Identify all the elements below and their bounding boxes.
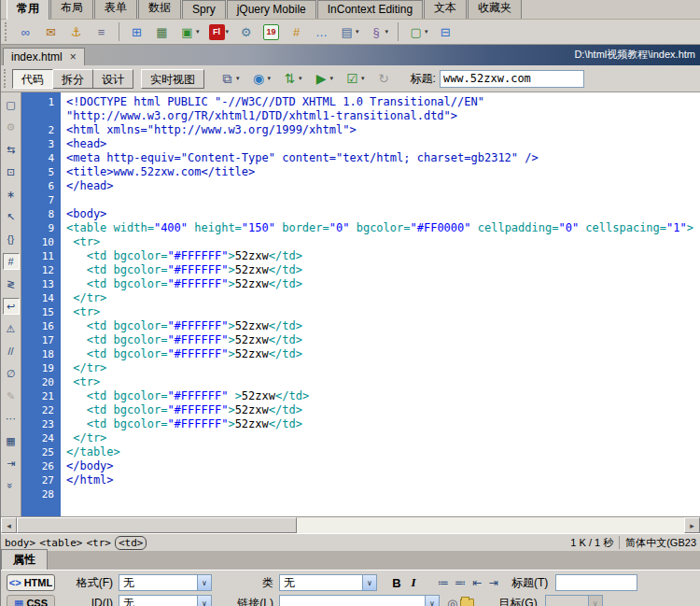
view-button-设计[interactable]: 设计 [93,69,133,89]
comment-icon[interactable]: … [312,23,331,41]
insert-tab-表单[interactable]: 表单 [94,0,137,19]
line-number: 7 [21,193,61,207]
server-side-include-icon[interactable]: # [287,23,306,41]
balance-braces-icon[interactable]: {} [3,231,20,247]
tag-selector-item[interactable]: <table> [39,537,82,549]
editor-area: ▢⚙⇆⊡∗↖{}#≷↩⚠//∅✎⋯▦⇥» 1<!DOCTYPE html PUB… [1,92,700,516]
tag-chooser-icon[interactable]: ⊟ [436,23,455,41]
horizontal-rule-icon[interactable]: ≡ [91,23,111,41]
format-label: 格式(F) [55,575,113,591]
highlight-invalid-code-icon[interactable]: ≷ [3,275,20,292]
script-icon[interactable]: §▾ [367,23,391,41]
scroll-right-icon[interactable]: ▸ [684,517,700,533]
insert-bar-tabs: 常用布局表单数据SpryjQuery MobileInContext Editi… [1,0,700,20]
ordered-list-icon[interactable]: ≕ [452,574,469,591]
chevron-down-icon: ▾ [385,28,389,35]
code-editor[interactable]: 1<!DOCTYPE html PUBLIC "-//W3C//DTD XHTM… [21,92,700,516]
widget-icon[interactable]: ⚙ [236,23,256,41]
live-view-button[interactable]: 实时视图 [141,69,204,89]
move-css-icon[interactable]: ▦ [3,432,20,449]
insert-tab-InContext Editing[interactable]: InContext Editing [317,0,423,19]
named-anchor-icon[interactable]: ⚓ [66,23,86,41]
code-line: 17 <td bgcolor="#FFFFFF">52zxw</td> [21,333,700,347]
live-code-navigate-icon[interactable]: ▶▾ [312,70,336,88]
view-button-代码[interactable]: 代码 [12,69,53,89]
insert-div-icon[interactable]: ▦ [152,23,172,41]
refresh-icon[interactable]: ↻ [374,70,394,88]
code-text: <td bgcolor="#FFFFFF">52zxw</td> [61,417,302,431]
remove-comment-icon[interactable]: ∅ [3,365,20,382]
media-flash-icon[interactable]: Fl▾ [207,23,231,41]
horizontal-scrollbar[interactable]: ◂ ▸ [1,516,700,533]
close-icon[interactable]: × [70,52,77,62]
collapse-full-tag-icon[interactable]: ⇆ [3,141,20,158]
table-icon[interactable]: ⊞ [127,23,147,41]
word-wrap-icon[interactable]: ↩ [3,298,20,315]
indent-code-icon[interactable]: ⇥ [3,455,20,472]
file-management-icon[interactable]: ⇅▾ [280,70,304,88]
templates-icon[interactable]: ▢▾ [406,23,430,41]
scroll-left-icon[interactable]: ◂ [1,517,17,533]
id-select[interactable]: 无 ∨ [119,595,212,606]
browse-folder-icon[interactable] [460,599,474,606]
line-number: 12 [21,263,61,277]
tab-properties[interactable]: 属性 [1,549,48,570]
insert-tab-常用[interactable]: 常用 [7,0,49,20]
collapse-selection-icon[interactable]: ⊡ [3,163,20,180]
multiscreen-icon[interactable]: ⧉▾ [217,70,242,88]
view-button-拆分[interactable]: 拆分 [53,69,93,89]
edit-snippet-icon: ✎ [3,388,20,404]
email-link-icon[interactable]: ✉ [41,23,61,41]
hyperlink-icon[interactable]: ∞ [16,23,35,41]
indent-icon[interactable]: ⇥ [485,574,502,591]
line-number: 26 [21,459,61,473]
scrollbar-track[interactable] [297,517,684,533]
css-mode-button[interactable]: ▦ CSS [7,595,55,606]
preview-in-browser-icon[interactable]: ◉▾ [249,70,273,88]
insert-tab-文本[interactable]: 文本 [424,0,467,19]
class-select[interactable]: 无 ∨ [279,574,377,591]
bold-button[interactable]: B [388,574,405,591]
check-browser-compat-icon[interactable]: ☑▾ [343,70,367,88]
point-to-file-icon[interactable]: ◎ [447,597,457,606]
apply-comment-icon[interactable]: // [3,343,20,359]
html-mode-button[interactable]: <> HTML [7,574,55,591]
chevron-down-icon: ▾ [226,28,230,35]
line-number: 2 [21,123,61,137]
select-parent-tag-icon[interactable]: ↖ [3,208,20,225]
document-path: D:\html视频教程\index.htm [574,48,700,65]
dreamweaver-window: 常用布局表单数据SpryjQuery MobileInContext Editi… [0,0,700,606]
scrollbar-thumb[interactable] [17,517,297,533]
date-icon[interactable]: 19 [261,23,281,41]
tag-selector-item[interactable]: body> [5,537,35,549]
code-line: 7 [21,193,700,207]
image-icon[interactable]: ▣▾ [177,23,202,41]
recent-snippets-icon[interactable]: ⋯ [3,410,20,427]
insert-tab-收藏夹[interactable]: 收藏夹 [468,0,522,19]
expand-all-icon[interactable]: ∗ [3,186,20,203]
document-title-input[interactable] [440,70,584,88]
head-icon[interactable]: ▤▾ [337,23,361,41]
line-number: 24 [21,431,61,445]
insert-tab-布局[interactable]: 布局 [50,0,93,19]
tag-selector-item-selected[interactable]: <td> [115,536,147,550]
code-line: 21 <td bgcolor="#FFFFFF" >52zxw</td> [21,389,700,403]
italic-button[interactable]: I [405,574,422,591]
code-line: 11 <td bgcolor="#FFFFFF">52zxw</td> [21,249,700,263]
more-icon[interactable]: » [3,477,20,494]
insert-tab-jQuery Mobile[interactable]: jQuery Mobile [227,0,316,19]
tag-selector-item[interactable]: <tr> [86,537,111,549]
insert-tab-Spry[interactable]: Spry [182,0,226,19]
line-numbers-icon[interactable]: # [3,253,20,270]
format-select[interactable]: 无 ∨ [119,574,212,591]
document-tab[interactable]: index.html × [3,48,85,65]
chevron-down-icon: ▾ [236,75,240,82]
syntax-error-alerts-icon[interactable]: ⚠ [3,320,20,337]
open-documents-icon[interactable]: ▢ [3,96,20,113]
outdent-icon[interactable]: ⇤ [469,574,485,591]
toolbar-gripper [5,22,9,41]
insert-tab-数据[interactable]: 数据 [138,0,181,19]
title-attr-input[interactable] [555,574,637,591]
unordered-list-icon[interactable]: ≔ [435,574,452,591]
link-combo[interactable]: ∨ [279,595,440,606]
